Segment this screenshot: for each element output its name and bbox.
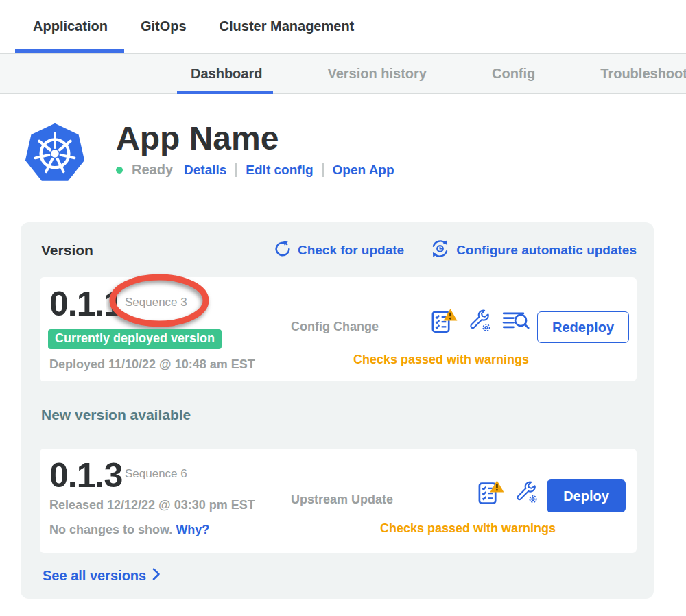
current-sequence-label: Sequence 3 — [125, 296, 187, 309]
status-dot-icon — [116, 167, 123, 174]
redeploy-button[interactable]: Redeploy — [537, 311, 629, 343]
version-card-header: Version Check for update — [40, 239, 637, 262]
status-row: Ready Details Edit config Open App — [116, 162, 394, 178]
checks-status-text: Checks passed with warnings — [328, 353, 554, 367]
tab-gitops[interactable]: GitOps — [141, 0, 187, 53]
wrench-gear-icon[interactable] — [514, 479, 539, 506]
refresh-icon — [274, 240, 292, 261]
tab-cluster-management[interactable]: Cluster Management — [220, 0, 355, 53]
kubernetes-logo-icon — [24, 121, 86, 185]
clock-refresh-icon — [430, 239, 450, 262]
tab-config[interactable]: Config — [492, 54, 535, 93]
available-version-row: 0.1.3 Sequence 6 Released 12/12/22 @ 03:… — [40, 449, 637, 553]
check-for-update-button[interactable]: Check for update — [274, 240, 404, 261]
released-timestamp: Released 12/12/22 @ 03:30 pm EST — [49, 498, 255, 512]
divider — [322, 163, 324, 177]
secondary-nav: Dashboard Version history Config Trouble… — [0, 53, 686, 94]
status-text: Ready — [132, 162, 173, 178]
version-card-title: Version — [41, 242, 93, 259]
change-type-label: Config Change — [291, 320, 379, 334]
deploy-button[interactable]: Deploy — [547, 479, 626, 512]
no-changes-text: No changes to show. Why? — [49, 523, 209, 537]
current-version-number: 0.1.1 — [49, 287, 122, 321]
tab-troubleshoot[interactable]: Troubleshoot — [600, 54, 686, 93]
divider — [235, 163, 237, 177]
checks-status-text: Checks passed with warnings — [365, 521, 571, 536]
tab-dashboard[interactable]: Dashboard — [191, 54, 262, 93]
preflight-logs-icon[interactable] — [502, 310, 531, 332]
change-type-label: Upstream Update — [291, 493, 393, 507]
primary-nav: Application GitOps Cluster Management — [0, 0, 686, 53]
why-link[interactable]: Why? — [176, 523, 209, 536]
currently-deployed-badge: Currently deployed version — [48, 329, 222, 349]
edit-config-link[interactable]: Edit config — [246, 163, 313, 178]
wrench-gear-icon[interactable] — [468, 308, 493, 334]
checklist-warning-icon[interactable] — [429, 307, 458, 335]
tab-application[interactable]: Application — [33, 0, 108, 53]
tab-version-history[interactable]: Version history — [327, 54, 427, 93]
current-version-row: 0.1.1 Sequence 3 Currently deployed vers… — [40, 277, 637, 381]
available-sequence-label: Sequence 6 — [125, 467, 187, 481]
app-header: App Name Ready Details Edit config Open … — [24, 121, 686, 185]
deployed-timestamp: Deployed 11/10/22 @ 10:48 am EST — [49, 357, 255, 372]
new-version-heading: New version available — [41, 406, 637, 424]
configure-automatic-updates-button[interactable]: Configure automatic updates — [430, 239, 637, 262]
see-all-versions-link[interactable]: See all versions — [43, 568, 161, 584]
available-version-number: 0.1.3 — [49, 458, 122, 493]
details-link[interactable]: Details — [184, 163, 226, 178]
page-title: App Name — [116, 121, 394, 156]
chevron-right-icon — [152, 568, 161, 584]
version-card: Version Check for update — [21, 222, 654, 599]
open-app-link[interactable]: Open App — [333, 163, 394, 178]
checklist-warning-icon[interactable] — [476, 479, 505, 506]
